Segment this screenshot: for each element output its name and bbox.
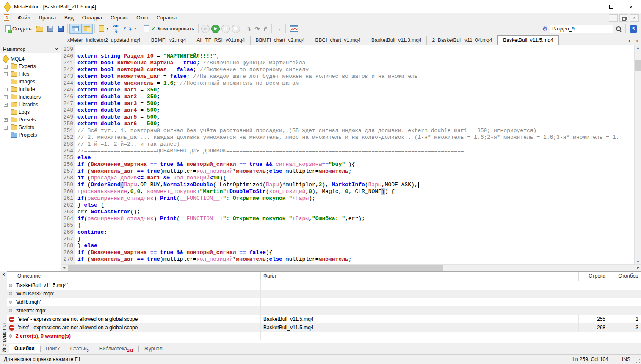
toggle-toolbox-button[interactable]: [81, 24, 93, 34]
column-col[interactable]: Столбец: [608, 272, 641, 281]
sidebar-item-projects[interactable]: Projects: [0, 131, 61, 139]
tab-библиотека[interactable]: Библиотека192: [94, 345, 138, 353]
save-all-button[interactable]: [55, 24, 66, 34]
step-over-button[interactable]: ↷: [253, 25, 261, 32]
table-row[interactable]: 'WinUser32.mqh': [7, 290, 641, 298]
vertical-scrollbar-thumb[interactable]: [635, 60, 641, 71]
sidebar-item-images[interactable]: Images: [0, 78, 61, 85]
scroll-left-icon[interactable]: ◄: [62, 265, 66, 270]
table-row[interactable]: 'BasketBull_v11.5.mq4': [7, 281, 641, 290]
insert-variable-button[interactable]: var ↴: [111, 24, 121, 34]
menu-item-Справка[interactable]: Справка: [152, 14, 181, 22]
error-icon: [9, 317, 14, 322]
code-line: 254//======================ДОБАВЛЕНО ДЛЯ…: [61, 148, 634, 154]
tab-scroll-right-button[interactable]: ›: [636, 37, 638, 44]
code-token: множитель: [236, 256, 266, 262]
scroll-up-icon[interactable]: ▲: [635, 46, 641, 49]
navigator-panel: Навигатор × MQL4+Experts+FilesImages+Inc…: [0, 45, 61, 271]
sidebar-item-scripts[interactable]: +Scripts: [0, 124, 61, 131]
expand-icon[interactable]: +: [4, 65, 8, 69]
file-tab-BBCI_chart_v1.mq4[interactable]: BBCI_chart_v1.mq4: [310, 36, 366, 45]
menu-item-Отладка[interactable]: Отладка: [78, 14, 106, 22]
mql5-community-icon[interactable]: 5: [630, 25, 637, 33]
step-into-button[interactable]: ↴: [245, 25, 253, 32]
menu-item-Окно[interactable]: Окно: [132, 14, 152, 22]
menu-item-Файл[interactable]: Файл: [14, 14, 35, 22]
sidebar-item-indicators[interactable]: +Indicators: [0, 93, 61, 101]
line-number: 244: [61, 80, 75, 87]
debug-restart-button[interactable]: [201, 25, 210, 33]
expand-icon[interactable]: +: [4, 118, 8, 122]
menu-item-Вид[interactable]: Вид: [60, 14, 78, 22]
scroll-right-icon[interactable]: ►: [636, 265, 640, 270]
compile-button[interactable]: ✓ Компилировать: [142, 24, 196, 34]
mq4-document-icon[interactable]: 4: [4, 14, 9, 21]
tab-label: Ошибки: [14, 345, 35, 351]
debug-start-button[interactable]: [211, 25, 220, 33]
step-out-button[interactable]: ↱: [261, 25, 270, 32]
sidebar-item-libraries[interactable]: +Libraries: [0, 101, 61, 108]
file-tab-BasketBull_v11.5.mq4[interactable]: BasketBull_v11.5.mq4: [497, 35, 559, 45]
expand-icon[interactable]: +: [4, 95, 8, 99]
table-row[interactable]: 2 error(s), 0 warning(s): [7, 332, 641, 340]
table-row[interactable]: 'stdlib.mqh': [7, 298, 641, 306]
code-view[interactable]: 239240extern string Раздел_10 = "МАРТИНГ…: [61, 45, 634, 264]
insert-function-button[interactable]: ƒ ↴ ▾: [121, 24, 138, 34]
code-token: *: [233, 168, 236, 174]
open-file-button[interactable]: [34, 24, 45, 34]
file-tab-BBMFI_chart_v2.mq4[interactable]: BBMFI_chart_v2.mq4: [251, 36, 310, 45]
search-icon[interactable]: [616, 26, 622, 32]
debug-pause-button[interactable]: [221, 25, 230, 33]
navigator-root-item[interactable]: MQL4: [0, 55, 61, 63]
column-file[interactable]: Файл: [261, 272, 579, 281]
debug-stop-button[interactable]: [232, 25, 240, 33]
horizontal-scrollbar[interactable]: ◄ ►: [61, 264, 641, 271]
file-tab-BBMFI_v2.mq4[interactable]: BBMFI_v2.mq4: [146, 36, 192, 45]
sidebar-item-presets[interactable]: +Presets: [0, 116, 61, 124]
vertical-scrollbar[interactable]: ▲ ▼: [634, 45, 641, 264]
file-tab-2_BasketBull_v11_04.mq4[interactable]: 2_BasketBull_v11_04.mq4: [427, 36, 497, 45]
column-line[interactable]: Строка: [579, 272, 608, 281]
sidebar-item-include[interactable]: +Include: [0, 85, 61, 93]
table-row[interactable]: 'else' - expressions are not allowed on …: [7, 315, 641, 323]
menu-item-Сервис[interactable]: Сервис: [106, 14, 132, 22]
mdi-close-button[interactable]: ×: [630, 14, 639, 22]
minimize-button[interactable]: [582, 0, 602, 13]
file-tab-xMeter_Indicator2_updated.mq4[interactable]: xMeter_Indicator2_updated.mq4: [62, 36, 146, 45]
close-button[interactable]: ×: [621, 0, 641, 13]
sidebar-item-experts[interactable]: +Experts: [0, 63, 61, 70]
file-tab-BasketBull_v11.3.mq4[interactable]: BasketBull_v11.3.mq4: [366, 36, 427, 45]
expand-icon[interactable]: +: [4, 103, 8, 107]
expand-icon[interactable]: +: [4, 72, 8, 76]
horizontal-scrollbar-thumb[interactable]: [68, 265, 443, 271]
toggle-navigator-button[interactable]: [69, 24, 81, 34]
column-description[interactable]: Описание: [7, 272, 261, 281]
menu-item-Правка[interactable]: Правка: [35, 14, 61, 22]
mdi-minimize-button[interactable]: [609, 14, 618, 22]
new-file-button[interactable]: + Создать: [3, 24, 34, 34]
table-row[interactable]: 'stderror.mqh': [7, 306, 641, 315]
table-row[interactable]: 'else' - expressions are not allowed on …: [7, 323, 641, 332]
tab-ошибки[interactable]: Ошибки: [9, 344, 40, 353]
tab-статьи[interactable]: Статьи3: [65, 345, 94, 353]
expand-icon[interactable]: +: [4, 88, 8, 91]
navigator-close-button[interactable]: ×: [55, 47, 58, 52]
tab-журнал[interactable]: Журнал: [139, 345, 168, 353]
resize-grip[interactable]: [635, 358, 640, 363]
open-terminal-button[interactable]: [287, 24, 300, 34]
file-tab-All_TF_RSI_v01.mq4[interactable]: All_TF_RSI_v01.mq4: [191, 36, 250, 45]
search-input[interactable]: [550, 25, 613, 33]
tab-поиск[interactable]: Поиск: [41, 345, 65, 353]
maximize-button[interactable]: [602, 0, 621, 13]
mdi-restore-button[interactable]: [619, 14, 628, 22]
snippets-button[interactable]: ▾: [97, 24, 111, 34]
scroll-down-icon[interactable]: ▼: [635, 260, 641, 263]
expand-icon[interactable]: +: [4, 126, 8, 130]
goto-line-button[interactable]: →: [274, 25, 284, 33]
sidebar-item-logs[interactable]: Logs: [0, 108, 61, 116]
gear-icon[interactable]: ⚙: [542, 25, 548, 33]
toolbox-close-button[interactable]: ×: [0, 272, 7, 277]
tab-scroll-left-button[interactable]: ‹: [628, 37, 630, 44]
save-button[interactable]: [45, 24, 55, 34]
sidebar-item-files[interactable]: +Files: [0, 70, 61, 78]
